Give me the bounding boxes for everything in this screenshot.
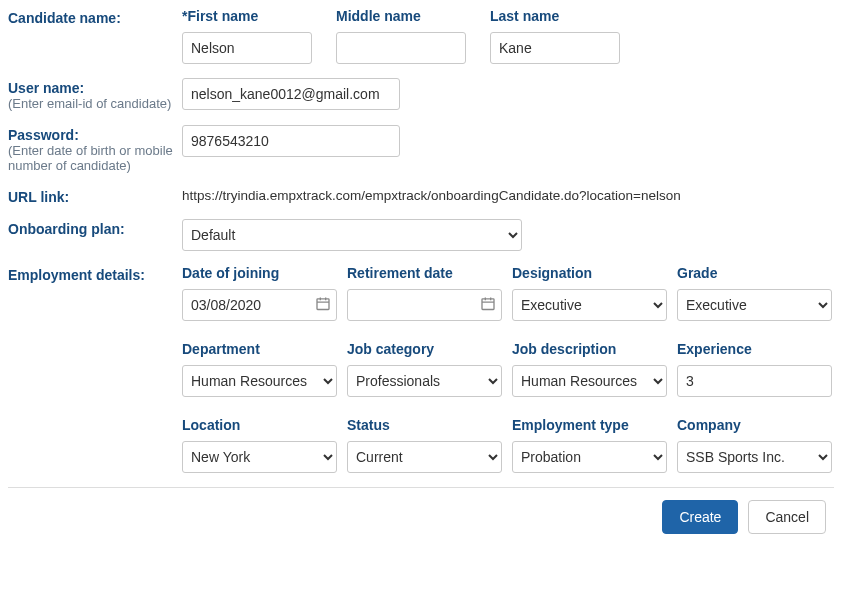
employment-details-label: Employment details: xyxy=(8,265,182,283)
first-name-label: *First name xyxy=(182,8,312,24)
location-label: Location xyxy=(182,417,337,433)
company-select[interactable]: SSB Sports Inc. xyxy=(677,441,832,473)
grade-label: Grade xyxy=(677,265,832,281)
user-name-input[interactable] xyxy=(182,78,400,110)
last-name-label: Last name xyxy=(490,8,620,24)
job-category-select[interactable]: Professionals xyxy=(347,365,502,397)
job-description-select[interactable]: Human Resources xyxy=(512,365,667,397)
user-name-hint: (Enter email-id of candidate) xyxy=(8,96,182,111)
middle-name-label: Middle name xyxy=(336,8,466,24)
password-label: Password: (Enter date of birth or mobile… xyxy=(8,125,182,173)
company-label: Company xyxy=(677,417,832,433)
first-name-input[interactable] xyxy=(182,32,312,64)
designation-select[interactable]: Executive xyxy=(512,289,667,321)
password-input[interactable] xyxy=(182,125,400,157)
date-of-joining-label: Date of joining xyxy=(182,265,337,281)
status-select[interactable]: Current xyxy=(347,441,502,473)
url-link-value: https://tryindia.empxtrack.com/empxtrack… xyxy=(182,188,681,203)
designation-label: Designation xyxy=(512,265,667,281)
footer-actions: Create Cancel xyxy=(8,487,834,546)
create-button[interactable]: Create xyxy=(662,500,738,534)
location-select[interactable]: New York xyxy=(182,441,337,473)
experience-label: Experience xyxy=(677,341,832,357)
password-hint: (Enter date of birth or mobile number of… xyxy=(8,143,182,173)
date-of-joining-input[interactable] xyxy=(182,289,337,321)
url-link-label: URL link: xyxy=(8,187,182,205)
onboarding-plan-label: Onboarding plan: xyxy=(8,219,182,237)
employment-type-select[interactable]: Probation xyxy=(512,441,667,473)
middle-name-input[interactable] xyxy=(336,32,466,64)
grade-select[interactable]: Executive xyxy=(677,289,832,321)
candidate-name-label: Candidate name: xyxy=(8,8,182,26)
last-name-input[interactable] xyxy=(490,32,620,64)
department-label: Department xyxy=(182,341,337,357)
job-category-label: Job category xyxy=(347,341,502,357)
user-name-label: User name: (Enter email-id of candidate) xyxy=(8,78,182,111)
onboarding-plan-select[interactable]: Default xyxy=(182,219,522,251)
cancel-button[interactable]: Cancel xyxy=(748,500,826,534)
employment-type-label: Employment type xyxy=(512,417,667,433)
retirement-date-label: Retirement date xyxy=(347,265,502,281)
job-description-label: Job description xyxy=(512,341,667,357)
retirement-date-input[interactable] xyxy=(347,289,502,321)
experience-input[interactable] xyxy=(677,365,832,397)
status-label: Status xyxy=(347,417,502,433)
department-select[interactable]: Human Resources xyxy=(182,365,337,397)
